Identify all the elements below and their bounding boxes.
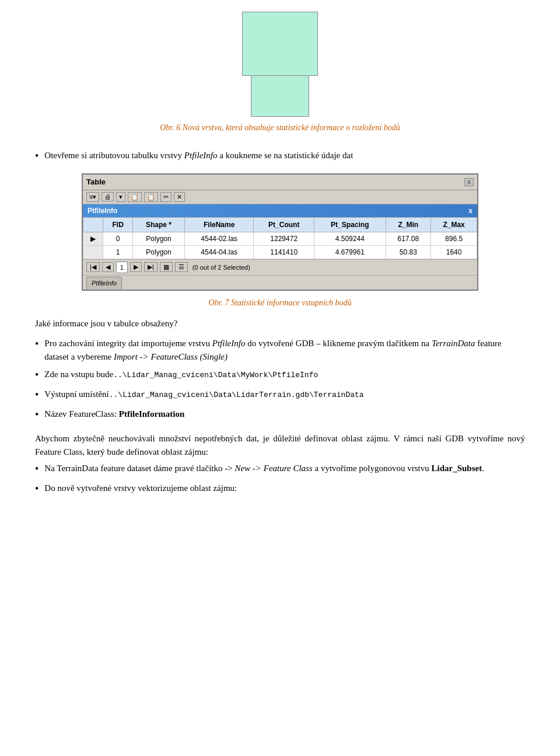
- bullet-7-text: Do nově vytvořené vrstvy vektorizujeme o…: [44, 482, 237, 495]
- tab-bar: PtfileInfo: [83, 275, 477, 290]
- table-row: ▶0Polygon4544-02.las12294724.509244617.0…: [83, 232, 477, 245]
- question-text: Jaké informace jsou v tabulce obsaženy?: [35, 317, 525, 330]
- title-bar: Table x: [83, 175, 477, 190]
- table-cell: 4.509244: [314, 232, 386, 245]
- bullet-item-4: Výstupní umístění..\Lidar_Manag_cviceni\…: [35, 388, 525, 403]
- bullet-3-path: ..\Lidar_Manag_cviceni\Data\MyWork\Ptfil…: [113, 371, 318, 379]
- nav-first-button[interactable]: |◀: [86, 262, 100, 272]
- table-cell: 4.679961: [314, 245, 386, 259]
- nav-list-btn[interactable]: ☰: [175, 262, 188, 272]
- paragraph-1: Abychom zbytečně neuchovávali množství n…: [35, 432, 525, 458]
- data-table: FID Shape * FileName Pt_Count Pt_Spacing…: [83, 217, 477, 259]
- row-selector[interactable]: ▶: [83, 232, 103, 245]
- bullet-item-2: Pro zachování integrity dat importujeme …: [35, 337, 525, 363]
- figure-6-area: Obr. 6 Nová vrstva, která obsahuje stati…: [35, 12, 525, 143]
- toolbar-btn-6[interactable]: ✂: [160, 192, 172, 202]
- green-rect-top: [242, 12, 318, 76]
- figure-7-caption: Obr. 7 Statistické informace vstupních b…: [35, 297, 525, 309]
- inner-title-text: PtfileInfo: [88, 205, 117, 216]
- toolbar-btn-3[interactable]: ▾: [116, 192, 125, 202]
- bullet-item-7: Do nově vytvořené vrstvy vektorizujeme o…: [35, 482, 525, 497]
- nav-next-button[interactable]: ▶: [130, 262, 142, 272]
- col-filename: FileName: [185, 217, 254, 232]
- table-row: 1Polygon4544-04.las11414104.67996150.831…: [83, 245, 477, 259]
- bullet-1-text: Otevřeme si atributovou tabulku vrstvy P…: [44, 149, 353, 162]
- col-zmin: Z_Min: [386, 217, 431, 232]
- col-ptcount: Pt_Count: [254, 217, 314, 232]
- toolbar-btn-7[interactable]: ✕: [174, 192, 185, 202]
- table-cell: 896.5: [431, 232, 477, 245]
- table-cell: 617.08: [386, 232, 431, 245]
- window-title: Table: [86, 176, 106, 188]
- ptfileinfo-bold: PtfileInformation: [119, 409, 184, 419]
- nav-table-btn[interactable]: ▦: [160, 262, 173, 272]
- table-cell: 1: [103, 245, 133, 259]
- table-cell: 50.83: [386, 245, 431, 259]
- figure-6-caption: Obr. 6 Nová vrstva, která obsahuje stati…: [160, 121, 400, 134]
- col-arrow: [83, 217, 103, 232]
- inner-title-bar: PtfileInfo x: [83, 204, 477, 217]
- table-tab[interactable]: PtfileInfo: [86, 277, 122, 290]
- bullet-item-3: Zde na vstupu bude..\Lidar_Manag_cviceni…: [35, 368, 525, 383]
- nav-last-button[interactable]: ▶|: [144, 262, 158, 272]
- toolbar: ≡▾ 🖨 ▾ 📋 📋 ✂ ✕: [83, 190, 477, 204]
- lidar-subset-bold: Lidar_Subset: [432, 464, 482, 473]
- bullet-4-path: ..\Lidar_Manag_cviceni\Data\LidarTerrain…: [109, 391, 364, 399]
- row-selector[interactable]: [83, 245, 103, 259]
- toolbar-btn-2[interactable]: 🖨: [102, 192, 114, 201]
- col-zmax: Z_Max: [431, 217, 477, 232]
- bullet-5-text: Název FeatureClass: PtfileInformation: [44, 407, 184, 421]
- col-ptspacing: Pt_Spacing: [314, 217, 386, 232]
- toolbar-btn-4[interactable]: 📋: [128, 192, 142, 202]
- toolbar-btn-5[interactable]: 📋: [144, 192, 158, 202]
- ptfileinfo-italic: PtfileInfo: [184, 151, 218, 160]
- table-window: Table x ≡▾ 🖨 ▾ 📋 📋 ✂ ✕ PtfileInfo x FID …: [82, 173, 478, 291]
- table-cell: 1229472: [254, 232, 314, 245]
- new-fc-italic: New -> Feature Class: [235, 464, 312, 473]
- table-body: ▶0Polygon4544-02.las12294724.509244617.0…: [83, 232, 477, 259]
- table-window-wrapper: Table x ≡▾ 🖨 ▾ 📋 📋 ✂ ✕ PtfileInfo x FID …: [35, 173, 525, 291]
- bullet-4-text: Výstupní umístění..\Lidar_Manag_cviceni\…: [44, 388, 363, 401]
- page-number: 1: [116, 262, 128, 274]
- table-cell: Polygon: [132, 232, 184, 245]
- selection-status: (0 out of 2 Selected): [192, 263, 250, 273]
- terraindata-italic: TerrainData: [432, 339, 475, 348]
- import-fc-italic: Import -> FeatureClass (Single): [114, 352, 228, 361]
- table-header-row: FID Shape * FileName Pt_Count Pt_Spacing…: [83, 217, 477, 232]
- bullet-2-text: Pro zachování integrity dat importujeme …: [44, 337, 525, 363]
- bullet-item-1: Otevřeme si atributovou tabulku vrstvy P…: [35, 149, 525, 164]
- ptfileinfo-2: PtfileInfo: [212, 339, 246, 348]
- table-cell: 4544-02.las: [185, 232, 254, 245]
- table-footer: |◀ ◀ 1 ▶ ▶| ▦ ☰ (0 out of 2 Selected): [83, 259, 477, 276]
- bullet-item-6: Na TerrainData feature dataset dáme prav…: [35, 462, 525, 477]
- table-cell: 1640: [431, 245, 477, 259]
- table-cell: 1141410: [254, 245, 314, 259]
- final-bullets: Na TerrainData feature dataset dáme prav…: [35, 462, 525, 497]
- col-fid: FID: [103, 217, 133, 232]
- inner-close-button[interactable]: x: [468, 205, 473, 216]
- main-bullets: Pro zachování integrity dat importujeme …: [35, 337, 525, 423]
- table-cell: 4544-04.las: [185, 245, 254, 259]
- bullet-6-text: Na TerrainData feature dataset dáme prav…: [44, 462, 484, 475]
- window-close-button[interactable]: x: [464, 178, 474, 186]
- bullet-3-text: Zde na vstupu bude..\Lidar_Manag_cviceni…: [44, 368, 318, 381]
- table-cell: Polygon: [132, 245, 184, 259]
- green-shape: [242, 12, 318, 117]
- col-shape: Shape *: [132, 217, 184, 232]
- bullet-item-5: Název FeatureClass: PtfileInformation: [35, 407, 525, 423]
- toolbar-btn-1[interactable]: ≡▾: [86, 192, 99, 202]
- green-rect-bottom: [251, 76, 309, 117]
- nav-prev-button[interactable]: ◀: [102, 262, 114, 272]
- table-cell: 0: [103, 232, 133, 245]
- intro-bullets: Otevřeme si atributovou tabulku vrstvy P…: [35, 149, 525, 164]
